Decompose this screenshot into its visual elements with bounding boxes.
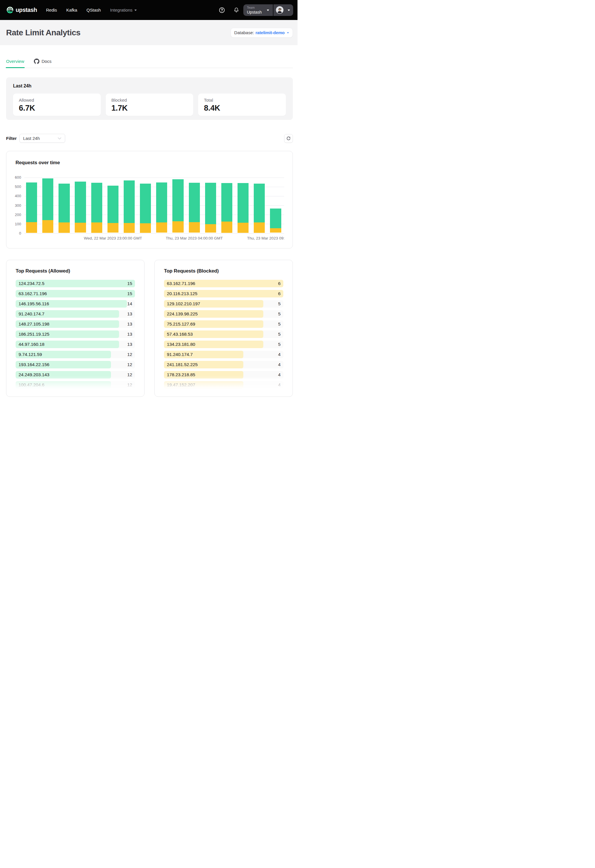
- stat-value: 6.7K: [19, 103, 95, 113]
- chart-bar: [172, 179, 183, 233]
- stat-value: 8.4K: [204, 103, 280, 113]
- refresh-button[interactable]: [284, 134, 293, 143]
- list-item-count: 6: [278, 290, 281, 298]
- notifications-button[interactable]: [233, 7, 239, 13]
- refresh-icon: [286, 136, 291, 141]
- stat-label: Allowed: [19, 97, 95, 103]
- list-item[interactable]: 24.249.203.14312: [16, 371, 135, 379]
- list-item[interactable]: 100.47.204.612: [16, 381, 135, 389]
- nav-right: Team Upstash: [219, 4, 293, 16]
- bar-segment-blocked: [91, 223, 102, 233]
- list-item-count: 5: [278, 300, 281, 308]
- chart-title: Requests over time: [16, 160, 60, 166]
- top-allowed-list: 124.234.72.51563.162.71.19615146.195.56.…: [16, 280, 135, 391]
- filter-label: Filter: [6, 136, 17, 141]
- database-selector[interactable]: Database: ratelimit-demo: [230, 28, 293, 38]
- list-item[interactable]: 148.27.105.19813: [16, 320, 135, 328]
- user-menu-button[interactable]: [273, 4, 293, 16]
- help-button[interactable]: [219, 7, 225, 13]
- tab-docs-label: Docs: [42, 59, 52, 64]
- nav-item-kafka[interactable]: Kafka: [66, 7, 77, 12]
- bar-segment-allowed: [156, 183, 167, 223]
- list-item-ip: 186.251.19.125: [19, 331, 49, 338]
- x-axis-label: Wed, 22 Mar 2023 23:00:00 GMT: [84, 236, 142, 241]
- bar-segment-blocked: [189, 222, 200, 233]
- list-item[interactable]: 241.181.52.2254: [164, 361, 283, 369]
- bar-segment-blocked: [42, 220, 53, 233]
- list-item[interactable]: 224.139.98.2255: [164, 310, 283, 318]
- team-menu-button[interactable]: Team Upstash: [243, 4, 273, 16]
- list-item-ip: 75.215.127.69: [167, 320, 195, 328]
- list-item-count: 5: [278, 331, 281, 338]
- list-item[interactable]: 44.97.160.1813: [16, 341, 135, 348]
- list-item[interactable]: 19.47.152.2074: [164, 381, 283, 389]
- gridline: [24, 177, 284, 178]
- bar-segment-blocked: [140, 223, 151, 233]
- list-item-count: 12: [127, 351, 132, 359]
- nav-item-qstash[interactable]: QStash: [87, 7, 101, 12]
- upstash-brand[interactable]: upstash: [6, 6, 37, 14]
- y-axis-label: 500: [6, 185, 21, 189]
- top-blocked-title: Top Requests (Blocked): [164, 268, 219, 274]
- help-icon: [219, 7, 225, 13]
- filter-row: Filter Last 24h: [6, 134, 293, 143]
- list-item[interactable]: 134.23.181.805: [164, 341, 283, 348]
- list-item[interactable]: 9.74.121.5912: [16, 351, 135, 359]
- nav-item-integrations[interactable]: Integrations: [110, 7, 137, 12]
- list-item[interactable]: 186.251.19.12513: [16, 331, 135, 338]
- list-item-ip: 178.23.218.85: [167, 371, 195, 379]
- list-item-ip: 148.27.105.198: [19, 320, 49, 328]
- bar-segment-allowed: [140, 184, 151, 223]
- bar-segment-blocked: [270, 228, 281, 233]
- list-item[interactable]: 124.234.72.515: [16, 280, 135, 288]
- bar-segment-blocked: [75, 223, 86, 233]
- avatar: [276, 7, 283, 13]
- top-requests-section: Top Requests (Allowed) 124.234.72.51563.…: [6, 260, 293, 397]
- list-item[interactable]: 146.195.56.11614: [16, 300, 135, 308]
- nav-item-redis[interactable]: Redis: [46, 7, 57, 12]
- list-item[interactable]: 63.162.71.19615: [16, 290, 135, 298]
- list-item-count: 15: [127, 280, 132, 288]
- nav-links: RedisKafkaQStashIntegrations: [46, 7, 137, 12]
- list-item-count: 12: [127, 381, 132, 389]
- tab-overview[interactable]: Overview: [6, 59, 24, 68]
- list-item-count: 4: [278, 371, 281, 379]
- page-title: Rate Limit Analytics: [6, 28, 81, 37]
- tab-docs[interactable]: Docs: [34, 59, 52, 68]
- team-label: Team: [247, 6, 261, 9]
- bar-segment-allowed: [238, 183, 248, 223]
- list-item[interactable]: 91.240.174.713: [16, 310, 135, 318]
- upstash-logo-icon: [6, 6, 14, 14]
- list-item-ip: 91.240.174.7: [167, 351, 193, 359]
- list-item[interactable]: 129.102.210.1975: [164, 300, 283, 308]
- list-item[interactable]: 75.215.127.695: [164, 320, 283, 328]
- database-name: ratelimit-demo: [255, 30, 285, 35]
- chart-bar: [205, 183, 216, 233]
- list-item-count: 13: [127, 331, 132, 338]
- list-item-count: 5: [278, 310, 281, 318]
- list-item[interactable]: 63.162.71.1966: [164, 280, 283, 288]
- stat-label: Total: [204, 97, 280, 103]
- y-axis-label: 300: [6, 204, 21, 207]
- list-item[interactable]: 20.116.213.1256: [164, 290, 283, 298]
- filter-select[interactable]: Last 24h: [19, 134, 65, 143]
- list-item-ip: 129.102.210.197: [167, 300, 200, 308]
- x-axis-label: Thu, 23 Mar 2023 09:00:00 GMT: [247, 236, 284, 241]
- stat-card-allowed: Allowed6.7K: [13, 93, 101, 116]
- list-item[interactable]: 178.23.218.854: [164, 371, 283, 379]
- list-item-ip: 9.74.121.59: [19, 351, 42, 359]
- stat-card-total: Total8.4K: [198, 93, 286, 116]
- x-axis: Wed, 22 Mar 2023 23:00:00 GMTThu, 23 Mar…: [24, 235, 284, 242]
- bar-segment-allowed: [205, 183, 216, 224]
- main-content: Overview Docs Last 24h Allowed6.7KBlocke…: [0, 59, 297, 397]
- list-item-count: 4: [278, 381, 281, 389]
- list-item-count: 13: [127, 320, 132, 328]
- bar-segment-allowed: [91, 183, 102, 223]
- bar-segment-blocked: [254, 223, 265, 233]
- list-item[interactable]: 193.164.22.15612: [16, 361, 135, 369]
- list-item[interactable]: 57.43.168.535: [164, 331, 283, 338]
- filter-select-value: Last 24h: [23, 136, 40, 141]
- bar-segment-blocked: [172, 221, 183, 233]
- list-item-count: 4: [278, 351, 281, 359]
- list-item[interactable]: 91.240.174.74: [164, 351, 283, 359]
